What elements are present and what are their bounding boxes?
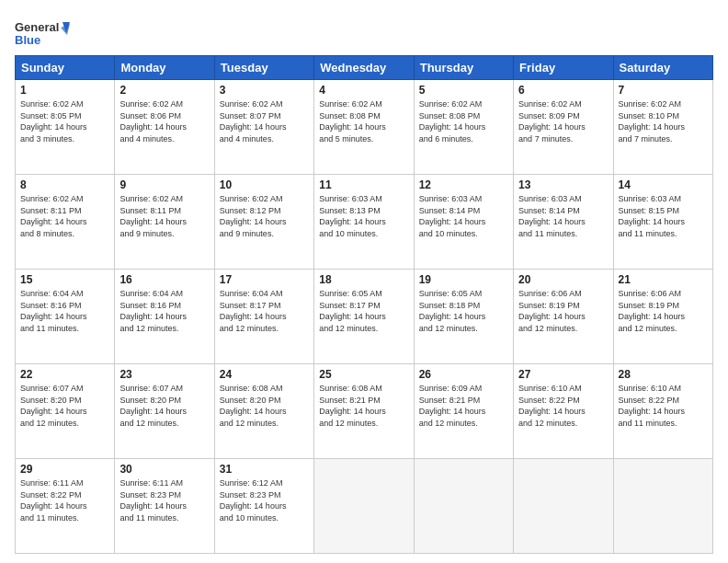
day-cell: 3Sunrise: 6:02 AM Sunset: 8:07 PM Daylig… (214, 80, 313, 175)
day-cell: 1Sunrise: 6:02 AM Sunset: 8:05 PM Daylig… (16, 80, 115, 175)
day-number: 15 (20, 273, 109, 286)
day-number: 10 (220, 178, 309, 191)
day-cell: 2Sunrise: 6:02 AM Sunset: 8:06 PM Daylig… (115, 80, 214, 175)
day-info: Sunrise: 6:07 AM Sunset: 8:20 PM Dayligh… (20, 383, 109, 429)
day-cell: 23Sunrise: 6:07 AM Sunset: 8:20 PM Dayli… (115, 364, 214, 459)
logo-block: General Blue (15, 15, 70, 48)
day-number: 22 (20, 368, 109, 381)
day-cell: 5Sunrise: 6:02 AM Sunset: 8:08 PM Daylig… (414, 80, 513, 175)
week-row-1: 1Sunrise: 6:02 AM Sunset: 8:05 PM Daylig… (16, 80, 713, 175)
day-info: Sunrise: 6:10 AM Sunset: 8:22 PM Dayligh… (619, 383, 708, 429)
svg-text:General: General (15, 20, 59, 34)
day-number: 30 (119, 463, 209, 476)
day-info: Sunrise: 6:06 AM Sunset: 8:19 PM Dayligh… (619, 288, 708, 334)
day-cell: 20Sunrise: 6:06 AM Sunset: 8:19 PM Dayli… (514, 270, 613, 364)
day-number: 12 (419, 178, 508, 191)
day-cell: 13Sunrise: 6:03 AM Sunset: 8:14 PM Dayli… (514, 175, 613, 270)
day-info: Sunrise: 6:03 AM Sunset: 8:15 PM Dayligh… (619, 193, 708, 239)
day-info: Sunrise: 6:02 AM Sunset: 8:08 PM Dayligh… (419, 98, 508, 144)
day-cell (514, 459, 613, 554)
day-info: Sunrise: 6:10 AM Sunset: 8:22 PM Dayligh… (518, 383, 608, 429)
day-info: Sunrise: 6:03 AM Sunset: 8:14 PM Dayligh… (419, 193, 508, 239)
day-info: Sunrise: 6:12 AM Sunset: 8:23 PM Dayligh… (220, 477, 309, 523)
day-info: Sunrise: 6:04 AM Sunset: 8:16 PM Dayligh… (119, 288, 209, 334)
day-info: Sunrise: 6:03 AM Sunset: 8:13 PM Dayligh… (319, 193, 408, 239)
day-number: 28 (619, 368, 708, 381)
week-row-3: 15Sunrise: 6:04 AM Sunset: 8:16 PM Dayli… (16, 270, 713, 364)
day-info: Sunrise: 6:06 AM Sunset: 8:19 PM Dayligh… (518, 288, 608, 334)
day-number: 18 (319, 273, 408, 286)
day-number: 20 (518, 273, 608, 286)
day-number: 23 (119, 368, 209, 381)
day-number: 11 (319, 178, 408, 191)
header-day-saturday: Saturday (613, 56, 712, 80)
day-info: Sunrise: 6:08 AM Sunset: 8:20 PM Dayligh… (220, 383, 309, 429)
calendar-table: SundayMondayTuesdayWednesdayThursdayFrid… (15, 55, 713, 554)
day-cell: 21Sunrise: 6:06 AM Sunset: 8:19 PM Dayli… (613, 270, 712, 364)
logo-icon: General Blue (15, 15, 70, 48)
day-cell: 24Sunrise: 6:08 AM Sunset: 8:20 PM Dayli… (214, 364, 313, 459)
header-row: SundayMondayTuesdayWednesdayThursdayFrid… (16, 56, 713, 80)
week-row-4: 22Sunrise: 6:07 AM Sunset: 8:20 PM Dayli… (16, 364, 713, 459)
day-info: Sunrise: 6:04 AM Sunset: 8:17 PM Dayligh… (220, 288, 309, 334)
day-number: 19 (419, 273, 508, 286)
day-cell: 17Sunrise: 6:04 AM Sunset: 8:17 PM Dayli… (214, 270, 313, 364)
day-info: Sunrise: 6:02 AM Sunset: 8:05 PM Dayligh… (20, 98, 109, 144)
day-info: Sunrise: 6:02 AM Sunset: 8:09 PM Dayligh… (518, 98, 608, 144)
day-cell: 15Sunrise: 6:04 AM Sunset: 8:16 PM Dayli… (16, 270, 115, 364)
day-cell: 6Sunrise: 6:02 AM Sunset: 8:09 PM Daylig… (514, 80, 613, 175)
day-cell: 10Sunrise: 6:02 AM Sunset: 8:12 PM Dayli… (214, 175, 313, 270)
day-cell: 12Sunrise: 6:03 AM Sunset: 8:14 PM Dayli… (414, 175, 513, 270)
day-cell: 4Sunrise: 6:02 AM Sunset: 8:08 PM Daylig… (314, 80, 414, 175)
day-cell (314, 459, 414, 554)
day-cell: 9Sunrise: 6:02 AM Sunset: 8:11 PM Daylig… (115, 175, 214, 270)
day-cell: 11Sunrise: 6:03 AM Sunset: 8:13 PM Dayli… (314, 175, 414, 270)
week-row-2: 8Sunrise: 6:02 AM Sunset: 8:11 PM Daylig… (16, 175, 713, 270)
page: General Blue SundayMondayTuesdayWednesda… (0, 0, 728, 563)
day-number: 9 (119, 178, 209, 191)
svg-text:Blue: Blue (15, 33, 40, 47)
week-row-5: 29Sunrise: 6:11 AM Sunset: 8:22 PM Dayli… (16, 459, 713, 554)
day-number: 24 (220, 368, 309, 381)
header-day-wednesday: Wednesday (314, 56, 414, 80)
day-info: Sunrise: 6:02 AM Sunset: 8:08 PM Dayligh… (319, 98, 408, 144)
day-cell (414, 459, 513, 554)
header-day-sunday: Sunday (16, 56, 115, 80)
header-day-tuesday: Tuesday (214, 56, 313, 80)
day-info: Sunrise: 6:03 AM Sunset: 8:14 PM Dayligh… (518, 193, 608, 239)
day-info: Sunrise: 6:11 AM Sunset: 8:22 PM Dayligh… (20, 477, 109, 523)
day-cell: 22Sunrise: 6:07 AM Sunset: 8:20 PM Dayli… (16, 364, 115, 459)
day-info: Sunrise: 6:02 AM Sunset: 8:12 PM Dayligh… (220, 193, 309, 239)
day-number: 14 (619, 178, 708, 191)
header: General Blue (15, 15, 713, 48)
day-cell: 28Sunrise: 6:10 AM Sunset: 8:22 PM Dayli… (613, 364, 712, 459)
header-day-friday: Friday (514, 56, 613, 80)
day-cell: 14Sunrise: 6:03 AM Sunset: 8:15 PM Dayli… (613, 175, 712, 270)
day-info: Sunrise: 6:08 AM Sunset: 8:21 PM Dayligh… (319, 383, 408, 429)
calendar-header: SundayMondayTuesdayWednesdayThursdayFrid… (16, 56, 713, 80)
day-cell (613, 459, 712, 554)
day-info: Sunrise: 6:02 AM Sunset: 8:06 PM Dayligh… (119, 98, 209, 144)
day-number: 4 (319, 84, 408, 97)
day-number: 3 (220, 84, 309, 97)
day-number: 1 (20, 84, 109, 97)
day-number: 2 (119, 84, 209, 97)
day-info: Sunrise: 6:11 AM Sunset: 8:23 PM Dayligh… (119, 477, 209, 523)
day-info: Sunrise: 6:05 AM Sunset: 8:17 PM Dayligh… (319, 288, 408, 334)
day-cell: 31Sunrise: 6:12 AM Sunset: 8:23 PM Dayli… (214, 459, 313, 554)
day-number: 31 (220, 463, 309, 476)
day-info: Sunrise: 6:07 AM Sunset: 8:20 PM Dayligh… (119, 383, 209, 429)
day-number: 21 (619, 273, 708, 286)
header-day-thursday: Thursday (414, 56, 513, 80)
day-info: Sunrise: 6:09 AM Sunset: 8:21 PM Dayligh… (419, 383, 508, 429)
day-info: Sunrise: 6:02 AM Sunset: 8:07 PM Dayligh… (220, 98, 309, 144)
day-number: 27 (518, 368, 608, 381)
day-info: Sunrise: 6:05 AM Sunset: 8:18 PM Dayligh… (419, 288, 508, 334)
day-number: 6 (518, 84, 608, 97)
day-info: Sunrise: 6:02 AM Sunset: 8:10 PM Dayligh… (619, 98, 708, 144)
day-number: 8 (20, 178, 109, 191)
day-cell: 18Sunrise: 6:05 AM Sunset: 8:17 PM Dayli… (314, 270, 414, 364)
day-cell: 25Sunrise: 6:08 AM Sunset: 8:21 PM Dayli… (314, 364, 414, 459)
day-cell: 16Sunrise: 6:04 AM Sunset: 8:16 PM Dayli… (115, 270, 214, 364)
day-cell: 7Sunrise: 6:02 AM Sunset: 8:10 PM Daylig… (613, 80, 712, 175)
